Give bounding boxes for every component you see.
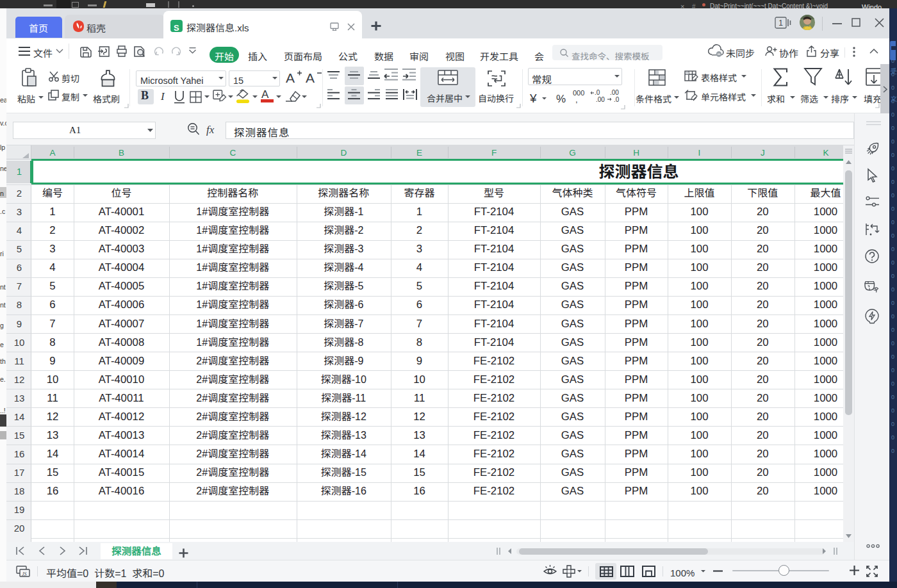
svg-text:A: A <box>306 70 315 85</box>
svg-text:,: , <box>575 95 578 104</box>
svg-text:A: A <box>261 88 269 101</box>
svg-text:.00: .00 <box>610 89 619 96</box>
svg-text:000: 000 <box>573 89 584 97</box>
svg-text:.0: .0 <box>614 96 620 103</box>
svg-text:A: A <box>286 70 295 85</box>
svg-text:1: 1 <box>778 19 783 28</box>
svg-text:JS: JS <box>22 571 27 577</box>
svg-text:.0: .0 <box>595 89 600 96</box>
svg-text:.00: .00 <box>596 96 605 103</box>
